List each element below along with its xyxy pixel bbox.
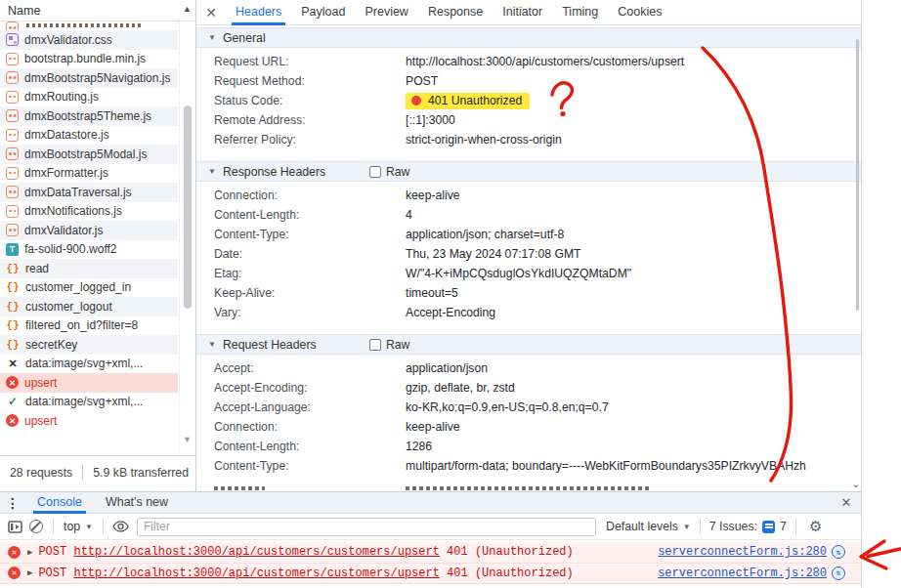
request-label: upsert <box>24 414 57 428</box>
header-key: Connection: <box>214 189 406 202</box>
header-value: POST <box>406 74 438 88</box>
request-row[interactable]: {}read <box>0 259 178 278</box>
header-key: Referrer Policy: <box>214 133 406 147</box>
request-row[interactable]: {}customer_logged_in <box>0 278 178 298</box>
request-row[interactable]: dmxFormatter.js <box>0 164 178 184</box>
details-tab-bar: ✕ HeadersPayloadPreviewResponseInitiator… <box>196 0 861 25</box>
request-row[interactable]: dmxValidator.css <box>0 30 178 50</box>
console-drawer: ⋮ ConsoleWhat's new ✕ top ▼ <box>0 491 861 588</box>
close-drawer-icon[interactable]: ✕ <box>836 492 857 513</box>
request-row[interactable]: {}customer_logout <box>0 297 178 316</box>
request-row[interactable]: {}secretKey <box>0 335 178 355</box>
request-row[interactable]: dmxBootstrap5Theme.js <box>0 106 178 126</box>
section-header-response-headers[interactable]: ▼Response HeadersRaw <box>196 161 861 182</box>
request-row[interactable]: ✕upsert <box>0 373 178 393</box>
console-toolbar: top ▼ Default levels ▼ 7 Issues <box>0 514 861 540</box>
request-url-link[interactable]: http://localhost:3000/api/customers/cust… <box>73 545 439 559</box>
scroll-down-icon[interactable]: ▼ <box>183 435 192 444</box>
script-file-icon <box>6 71 19 84</box>
header-key: Request URL: <box>214 55 406 68</box>
source-location-link[interactable]: serverconnectForm.js:280 <box>658 545 827 559</box>
tab-payload[interactable]: Payload <box>291 0 355 25</box>
header-row: Accept-Language:ko-KR,ko;q=0.9,en-US;q=0… <box>196 398 861 417</box>
status-dot-icon <box>411 96 421 105</box>
live-expression-eye-icon[interactable] <box>109 516 131 537</box>
tab-preview[interactable]: Preview <box>355 0 417 25</box>
tab-initiator[interactable]: Initiator <box>493 0 552 25</box>
request-row[interactable]: dmxBootstrap5Navigation.js <box>0 68 178 88</box>
header-value: 401 Unauthorized <box>406 93 530 109</box>
request-row[interactable]: dmxRouting.js <box>0 88 178 107</box>
console-tab-console[interactable]: Console <box>25 492 94 514</box>
console-tab-what-s-new[interactable]: What's new <box>94 492 180 514</box>
details-scrollbar-thumb[interactable] <box>856 39 859 311</box>
request-label: data:image/svg+xml,... <box>25 395 143 408</box>
expand-arrow-icon[interactable]: ▶ <box>27 567 32 578</box>
expand-arrow-icon[interactable]: ▶ <box>27 547 32 558</box>
request-row[interactable]: ✕upsert <box>0 411 178 431</box>
raw-checkbox[interactable]: Raw <box>369 338 409 352</box>
header-row: Content-Length:4 <box>196 205 861 225</box>
clipped-request-label <box>26 23 144 27</box>
section-header-general[interactable]: ▼General <box>196 27 861 48</box>
linked-source-icon[interactable]: ⇅ <box>832 545 845 559</box>
request-label: secretKey <box>25 338 77 352</box>
scroll-up-icon[interactable]: ▲ <box>183 4 192 14</box>
console-error-message[interactable]: ✕▶POST http://localhost:3000/api/custome… <box>0 564 861 585</box>
sidebar-scrollbar[interactable]: ▲ ▼ <box>179 21 195 452</box>
console-tab-bar: ⋮ ConsoleWhat's new ✕ <box>0 492 861 514</box>
tab-response[interactable]: Response <box>418 0 493 25</box>
divider <box>82 465 83 480</box>
details-scroll-chevron-icon[interactable]: ⌄ <box>852 479 860 489</box>
request-label: dmxFormatter.js <box>24 166 108 180</box>
request-row[interactable]: ✕data:image/svg+xml,... <box>0 355 178 374</box>
more-options-icon[interactable]: ⋮ <box>0 495 25 511</box>
request-row[interactable]: dmxDataTraversal.js <box>0 183 178 202</box>
request-row[interactable]: ✓data:image/svg+xml,... <box>0 393 178 412</box>
log-levels-dropdown[interactable]: Default levels ▼ <box>606 520 691 533</box>
tab-cookies[interactable]: Cookies <box>608 0 671 25</box>
issues-counter[interactable]: 7 Issues: 7 <box>709 520 787 533</box>
source-location-link[interactable]: serverconnectForm.js:280 <box>658 567 827 580</box>
section-rows: Accept:application/jsonAccept-Encoding:g… <box>196 355 861 485</box>
request-label: read <box>25 262 49 275</box>
request-row[interactable]: {}filtered_on_id?filter=8 <box>0 316 178 336</box>
request-row[interactable]: dmxDatastore.js <box>0 126 178 146</box>
request-row[interactable]: bootstrap.bundle.min.js <box>0 50 178 69</box>
cancel-icon: ✕ <box>6 357 20 370</box>
request-label: data:image/svg+xml,... <box>25 357 143 370</box>
request-row[interactable] <box>0 21 178 30</box>
header-value: 1286 <box>406 440 432 453</box>
close-details-icon[interactable]: ✕ <box>196 5 226 21</box>
header-value: http://localhost:3000/api/customers/cust… <box>406 55 684 68</box>
raw-checkbox[interactable]: Raw <box>369 165 409 179</box>
console-error-message[interactable]: ✕▶POST http://localhost:3000/api/custome… <box>0 542 861 564</box>
requests-column-header[interactable]: Name <box>0 0 195 21</box>
clipped-header-row <box>196 483 861 491</box>
request-row[interactable]: dmxBootstrap5Modal.js <box>0 145 178 164</box>
request-row[interactable]: dmxValidator.js <box>0 221 178 240</box>
header-row: Vary:Accept-Encoding <box>196 303 861 322</box>
header-key: Status Code: <box>214 94 406 107</box>
scrollbar-thumb[interactable] <box>184 105 192 309</box>
linked-source-icon[interactable]: ⇅ <box>832 567 845 580</box>
console-filter-input[interactable] <box>137 518 596 536</box>
tab-headers[interactable]: Headers <box>226 0 291 25</box>
script-file-icon <box>6 147 19 160</box>
section-header-request-headers[interactable]: ▼Request HeadersRaw <box>196 334 861 355</box>
request-row[interactable]: Tfa-solid-900.woff2 <box>0 240 178 260</box>
clear-console-icon[interactable] <box>25 516 47 537</box>
tab-timing[interactable]: Timing <box>552 0 608 25</box>
header-row: Date:Thu, 23 May 2024 07:17:08 GMT <box>196 244 861 264</box>
header-row: Content-Type:multipart/form-data; bounda… <box>196 456 861 476</box>
fetch-icon: {} <box>6 318 20 332</box>
request-label: bootstrap.bundle.min.js <box>24 52 146 65</box>
console-settings-gear-icon[interactable]: ⚙ <box>805 516 827 537</box>
request-row[interactable]: dmxNotifications.js <box>0 202 178 222</box>
console-sidebar-toggle-icon[interactable] <box>4 516 25 537</box>
issues-icon <box>762 521 775 533</box>
script-file-icon <box>6 129 19 142</box>
javascript-context-dropdown[interactable]: top ▼ <box>60 520 97 533</box>
request-label: dmxBootstrap5Navigation.js <box>24 71 170 85</box>
request-url-link[interactable]: http://localhost:3000/api/customers/cust… <box>73 567 439 580</box>
